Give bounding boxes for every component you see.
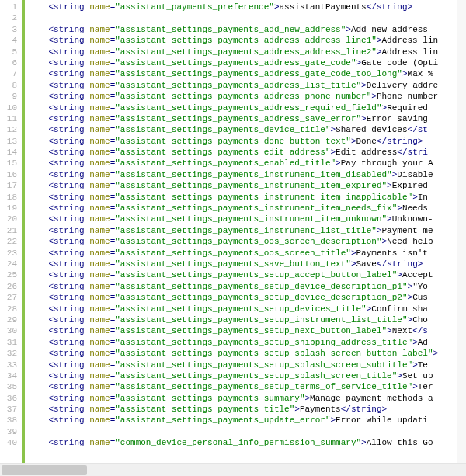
code-line[interactable]: <string name="assistant_settings_payment… bbox=[28, 147, 466, 158]
line-number: 16 bbox=[3, 169, 17, 180]
code-line[interactable]: <string name="assistant_settings_payment… bbox=[28, 360, 466, 370]
code-line[interactable]: <string name="assistant_settings_payment… bbox=[28, 370, 466, 381]
horizontal-scrollbar[interactable] bbox=[0, 463, 466, 476]
horizontal-scrollbar-thumb[interactable] bbox=[2, 465, 87, 475]
line-number-gutter: 1234567891011121314151617181920212223242… bbox=[0, 0, 22, 463]
line-number: 27 bbox=[3, 292, 17, 303]
line-number: 5 bbox=[3, 47, 17, 57]
line-number: 25 bbox=[3, 269, 17, 280]
line-number: 32 bbox=[3, 348, 17, 359]
line-number: 34 bbox=[3, 370, 17, 381]
code-line[interactable]: <string name="assistant_settings_payment… bbox=[28, 348, 466, 359]
code-line[interactable]: <string name="assistant_settings_payment… bbox=[28, 57, 466, 68]
code-line[interactable]: <string name="assistant_settings_payment… bbox=[28, 393, 466, 404]
line-number: 22 bbox=[3, 236, 17, 247]
code-line[interactable]: <string name="assistant_settings_payment… bbox=[28, 180, 466, 191]
line-number: 1 bbox=[3, 2, 17, 12]
line-number: 21 bbox=[3, 225, 17, 236]
line-number: 23 bbox=[3, 248, 17, 259]
line-number: 24 bbox=[3, 259, 17, 269]
code-line[interactable]: <string name="assistant_settings_payment… bbox=[28, 314, 466, 325]
line-number: 30 bbox=[3, 325, 17, 336]
line-number: 7 bbox=[3, 68, 17, 79]
vertical-scrollbar[interactable] bbox=[457, 0, 466, 463]
code-line[interactable]: <string name="assistant_settings_payment… bbox=[28, 113, 466, 124]
code-line[interactable]: <string name="assistant_settings_payment… bbox=[28, 248, 466, 259]
line-number: 10 bbox=[3, 102, 17, 113]
line-number: 15 bbox=[3, 158, 17, 169]
line-number: 2 bbox=[3, 12, 17, 23]
line-number: 35 bbox=[3, 381, 17, 392]
line-number: 6 bbox=[3, 57, 17, 68]
line-number: 28 bbox=[3, 304, 17, 314]
code-line[interactable]: <string name="assistant_settings_payment… bbox=[28, 325, 466, 336]
code-content[interactable]: <string name="assistant_payments_prefere… bbox=[28, 0, 466, 463]
code-line[interactable]: <string name="assistant_settings_payment… bbox=[28, 124, 466, 135]
code-editor: 1234567891011121314151617181920212223242… bbox=[0, 0, 466, 476]
code-line[interactable]: <string name="common_device_personal_inf… bbox=[28, 437, 466, 448]
line-number: 26 bbox=[3, 281, 17, 292]
code-line[interactable]: <string name="assistant_settings_payment… bbox=[28, 337, 466, 348]
code-line[interactable]: <string name="assistant_settings_payment… bbox=[28, 169, 466, 180]
line-number: 11 bbox=[3, 113, 17, 124]
line-number: 8 bbox=[3, 80, 17, 91]
code-line[interactable]: <string name="assistant_settings_payment… bbox=[28, 91, 466, 102]
code-line[interactable]: <string name="assistant_settings_payment… bbox=[28, 68, 466, 79]
code-line[interactable]: <string name="assistant_settings_payment… bbox=[28, 203, 466, 214]
change-marker-bar bbox=[22, 0, 25, 463]
code-line[interactable]: <string name="assistant_settings_payment… bbox=[28, 192, 466, 203]
line-number: 31 bbox=[3, 337, 17, 348]
code-line[interactable]: <string name="assistant_settings_payment… bbox=[28, 304, 466, 314]
line-number: 36 bbox=[3, 393, 17, 404]
line-number: 39 bbox=[3, 426, 17, 437]
code-line[interactable]: <string name="assistant_settings_payment… bbox=[28, 214, 466, 224]
code-line[interactable]: <string name="assistant_settings_payment… bbox=[28, 80, 466, 91]
code-line[interactable]: <string name="assistant_settings_payment… bbox=[28, 259, 466, 269]
code-line[interactable]: <string name="assistant_payments_prefere… bbox=[28, 2, 466, 12]
line-number: 9 bbox=[3, 91, 17, 102]
line-number: 20 bbox=[3, 214, 17, 224]
line-number: 29 bbox=[3, 314, 17, 325]
line-number: 19 bbox=[3, 203, 17, 214]
code-line[interactable]: <string name="assistant_settings_payment… bbox=[28, 292, 466, 303]
line-number: 3 bbox=[3, 24, 17, 35]
line-number: 14 bbox=[3, 147, 17, 158]
line-number: 18 bbox=[3, 192, 17, 203]
code-line[interactable]: <string name="assistant_settings_payment… bbox=[28, 102, 466, 113]
line-number: 12 bbox=[3, 124, 17, 135]
line-number: 17 bbox=[3, 180, 17, 191]
code-line[interactable]: <string name="assistant_settings_payment… bbox=[28, 381, 466, 392]
line-number: 38 bbox=[3, 415, 17, 426]
code-line[interactable]: <string name="assistant_settings_payment… bbox=[28, 269, 466, 280]
line-number: 40 bbox=[3, 437, 17, 448]
code-line[interactable]: <string name="assistant_settings_payment… bbox=[28, 415, 466, 426]
code-line[interactable]: <string name="assistant_settings_payment… bbox=[28, 281, 466, 292]
line-number: 37 bbox=[3, 404, 17, 415]
line-number: 33 bbox=[3, 360, 17, 370]
code-line[interactable]: <string name="assistant_settings_payment… bbox=[28, 158, 466, 169]
code-line[interactable]: <string name="assistant_settings_payment… bbox=[28, 236, 466, 247]
line-number: 4 bbox=[3, 35, 17, 46]
code-line[interactable]: <string name="assistant_settings_payment… bbox=[28, 136, 466, 147]
code-line[interactable]: <string name="assistant_settings_payment… bbox=[28, 225, 466, 236]
code-line[interactable]: <string name="assistant_settings_payment… bbox=[28, 24, 466, 35]
code-area: 1234567891011121314151617181920212223242… bbox=[0, 0, 466, 463]
line-number: 13 bbox=[3, 136, 17, 147]
code-line[interactable] bbox=[28, 12, 466, 23]
code-line[interactable]: <string name="assistant_settings_payment… bbox=[28, 404, 466, 415]
code-line[interactable]: <string name="assistant_settings_payment… bbox=[28, 47, 466, 57]
code-line[interactable] bbox=[28, 426, 466, 437]
code-line[interactable]: <string name="assistant_settings_payment… bbox=[28, 35, 466, 46]
